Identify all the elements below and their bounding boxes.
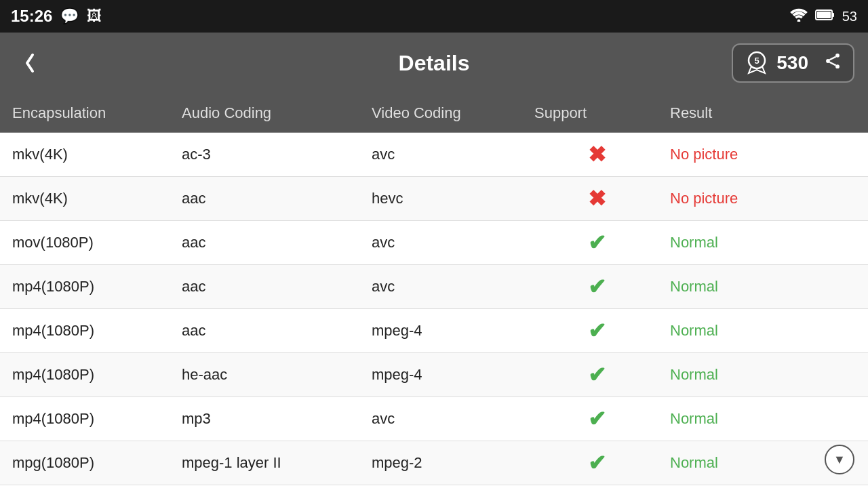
status-bar: 15:26 💬 🖼 53	[0, 0, 868, 33]
cell-result: No picture	[665, 146, 868, 163]
cell-encapsulation: mkv(4K)	[7, 146, 176, 163]
svg-point-7	[826, 59, 830, 63]
cell-audio-coding: mp3	[176, 410, 366, 428]
cell-result: Normal	[665, 234, 868, 251]
svg-text:5: 5	[755, 56, 760, 66]
table-body: mkv(4K)ac-3avc✖No picturemkv(4K)aachevc✖…	[0, 133, 868, 485]
cell-support: ✖	[529, 142, 665, 167]
cell-video-coding: mpeg-4	[366, 366, 529, 384]
th-audio-coding: Audio Coding	[176, 104, 366, 122]
toolbar: Details 5 530	[0, 33, 868, 94]
cell-support: ✔	[529, 406, 665, 432]
cell-video-coding: mpeg-2	[366, 454, 529, 472]
cell-encapsulation: mp4(1080P)	[7, 278, 176, 296]
svg-rect-2	[832, 13, 834, 17]
cell-video-coding: avc	[366, 234, 529, 251]
th-video-coding: Video Coding	[366, 104, 529, 122]
cell-encapsulation: mpg(1080P)	[7, 454, 176, 472]
cell-result: Normal	[665, 278, 868, 296]
cell-audio-coding: mpeg-1 layer II	[176, 454, 366, 472]
table-row: mov(1080P)aacavc✔Normal	[0, 221, 868, 265]
cell-audio-coding: aac	[176, 234, 366, 251]
battery-level: 53	[842, 9, 857, 24]
svg-line-10	[829, 62, 835, 65]
scroll-down-icon: ▼	[833, 453, 846, 467]
wifi-icon	[789, 8, 808, 25]
status-right: 53	[789, 8, 857, 25]
table-header: Encapsulation Audio Coding Video Coding …	[0, 94, 868, 133]
cell-encapsulation: mov(1080P)	[7, 234, 176, 251]
th-encapsulation: Encapsulation	[7, 104, 176, 122]
check-icon: ✔	[588, 274, 606, 300]
cell-support: ✔	[529, 274, 665, 300]
cross-icon: ✖	[588, 186, 606, 211]
cell-support: ✔	[529, 318, 665, 344]
svg-point-6	[835, 53, 840, 57]
cell-encapsulation: mp4(1080P)	[7, 366, 176, 384]
svg-line-9	[829, 56, 835, 60]
cell-support: ✔	[529, 450, 665, 476]
back-button[interactable]	[14, 44, 46, 82]
cell-encapsulation: mkv(4K)	[7, 190, 176, 207]
check-icon: ✔	[588, 450, 606, 476]
th-result: Result	[665, 104, 868, 122]
check-icon: ✔	[588, 318, 606, 344]
scroll-down-indicator[interactable]: ▼	[825, 445, 854, 474]
status-left: 15:26 💬 🖼	[11, 7, 102, 26]
cell-video-coding: mpeg-4	[366, 322, 529, 340]
svg-point-0	[797, 19, 800, 22]
table-row: mkv(4K)ac-3avc✖No picture	[0, 133, 868, 177]
cell-audio-coding: aac	[176, 278, 366, 296]
th-support: Support	[529, 104, 665, 122]
cell-encapsulation: mp4(1080P)	[7, 322, 176, 340]
cell-audio-coding: ac-3	[176, 146, 366, 163]
check-icon: ✔	[588, 230, 606, 256]
cross-icon: ✖	[588, 142, 606, 167]
share-icon[interactable]	[823, 52, 842, 75]
toolbar-right: 5 530	[732, 43, 854, 83]
cell-video-coding: avc	[366, 146, 529, 163]
table-row: mkv(4K)aachevc✖No picture	[0, 177, 868, 221]
cell-video-coding: avc	[366, 278, 529, 296]
battery-icon	[815, 9, 835, 24]
cell-video-coding: hevc	[366, 190, 529, 207]
cell-encapsulation: mp4(1080P)	[7, 410, 176, 428]
table-row: mp4(1080P)aacavc✔Normal	[0, 265, 868, 309]
image-icon: 🖼	[87, 7, 102, 25]
cell-support: ✔	[529, 362, 665, 388]
cell-result: Normal	[665, 322, 868, 340]
status-time: 15:26	[11, 7, 52, 26]
check-icon: ✔	[588, 406, 606, 432]
badge-button[interactable]: 5 530	[732, 43, 854, 83]
check-icon: ✔	[588, 362, 606, 388]
table-row: mpg(1080P)mpeg-1 layer IImpeg-2✔Normal	[0, 441, 868, 485]
cell-result: Normal	[665, 366, 868, 384]
message-icon: 💬	[60, 7, 79, 25]
cell-support: ✖	[529, 186, 665, 211]
toolbar-title: Details	[399, 51, 470, 76]
table-row: mp4(1080P)he-aacmpeg-4✔Normal	[0, 353, 868, 397]
cell-video-coding: avc	[366, 410, 529, 428]
cell-audio-coding: aac	[176, 322, 366, 340]
cell-audio-coding: aac	[176, 190, 366, 207]
cell-result: No picture	[665, 190, 868, 207]
badge-icon: 5	[744, 50, 770, 76]
cell-support: ✔	[529, 230, 665, 256]
cell-audio-coding: he-aac	[176, 366, 366, 384]
table-row: mp4(1080P)aacmpeg-4✔Normal	[0, 309, 868, 353]
badge-count: 530	[776, 52, 808, 74]
table-row: mp4(1080P)mp3avc✔Normal	[0, 397, 868, 441]
svg-point-8	[835, 64, 840, 68]
cell-result: Normal	[665, 410, 868, 428]
svg-rect-3	[817, 12, 831, 18]
